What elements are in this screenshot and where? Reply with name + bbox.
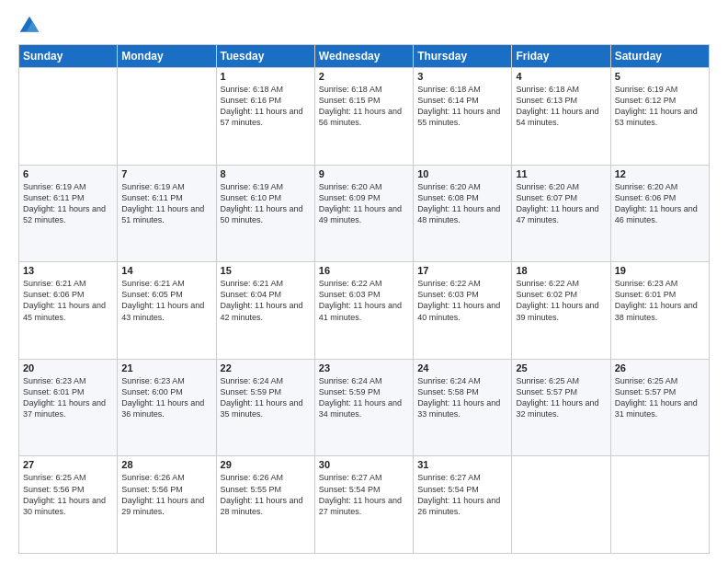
calendar-week-row: 20Sunrise: 6:23 AMSunset: 6:01 PMDayligh… [19,359,710,456]
sunset-text: Sunset: 5:54 PM [417,485,479,494]
calendar-header-tuesday: Tuesday [216,45,314,68]
day-number: 5 [615,71,705,82]
sunrise-text: Sunrise: 6:20 AM [417,182,481,191]
calendar-cell: 18Sunrise: 6:22 AMSunset: 6:02 PMDayligh… [512,262,610,360]
daylight-text: Daylight: 11 hours and 34 minutes. [319,398,402,419]
calendar-header-row: SundayMondayTuesdayWednesdayThursdayFrid… [19,45,710,68]
cell-info: Sunrise: 6:22 AMSunset: 6:03 PMDaylight:… [319,278,409,323]
sunset-text: Sunset: 6:10 PM [221,193,282,202]
day-number: 15 [221,265,311,276]
cell-info: Sunrise: 6:24 AMSunset: 5:59 PMDaylight:… [221,375,311,420]
calendar-cell: 4Sunrise: 6:18 AMSunset: 6:13 PMDaylight… [512,68,610,166]
daylight-text: Daylight: 11 hours and 55 minutes. [417,107,500,127]
logo [18,15,44,37]
daylight-text: Daylight: 11 hours and 46 minutes. [615,204,698,224]
calendar-cell: 31Sunrise: 6:27 AMSunset: 5:54 PMDayligh… [414,456,512,554]
sunrise-text: Sunrise: 6:19 AM [221,182,284,191]
sunrise-text: Sunrise: 6:23 AM [23,376,86,385]
sunset-text: Sunset: 5:56 PM [121,485,183,494]
calendar-cell: 2Sunrise: 6:18 AMSunset: 6:15 PMDaylight… [314,68,413,166]
cell-info: Sunrise: 6:24 AMSunset: 5:58 PMDaylight:… [417,375,507,420]
day-number: 11 [516,168,606,179]
calendar-week-row: 6Sunrise: 6:19 AMSunset: 6:11 PMDaylight… [19,165,710,262]
daylight-text: Daylight: 11 hours and 28 minutes. [221,496,303,516]
sunrise-text: Sunrise: 6:24 AM [221,376,284,385]
day-number: 19 [615,265,705,276]
calendar-cell: 27Sunrise: 6:25 AMSunset: 5:56 PMDayligh… [19,456,118,554]
daylight-text: Daylight: 11 hours and 39 minutes. [516,301,598,321]
calendar-header-saturday: Saturday [610,45,709,68]
calendar-header-friday: Friday [512,45,610,68]
cell-info: Sunrise: 6:27 AMSunset: 5:54 PMDaylight:… [417,472,507,517]
cell-info: Sunrise: 6:25 AMSunset: 5:57 PMDaylight:… [615,375,705,420]
calendar-cell [610,456,709,554]
cell-info: Sunrise: 6:26 AMSunset: 5:56 PMDaylight:… [121,472,211,517]
sunset-text: Sunset: 6:01 PM [23,387,85,396]
sunrise-text: Sunrise: 6:27 AM [417,473,481,482]
cell-info: Sunrise: 6:18 AMSunset: 6:13 PMDaylight:… [516,84,606,129]
page: SundayMondayTuesdayWednesdayThursdayFrid… [0,0,728,563]
day-number: 10 [417,168,507,179]
sunset-text: Sunset: 6:16 PM [221,96,282,105]
day-number: 21 [121,362,211,373]
calendar-cell: 16Sunrise: 6:22 AMSunset: 6:03 PMDayligh… [314,262,413,360]
cell-info: Sunrise: 6:20 AMSunset: 6:06 PMDaylight:… [615,181,705,226]
daylight-text: Daylight: 11 hours and 50 minutes. [221,204,303,224]
sunset-text: Sunset: 5:56 PM [23,485,85,494]
calendar-cell: 25Sunrise: 6:25 AMSunset: 5:57 PMDayligh… [512,359,610,456]
daylight-text: Daylight: 11 hours and 49 minutes. [319,204,402,224]
calendar-cell: 8Sunrise: 6:19 AMSunset: 6:10 PMDaylight… [216,165,314,262]
day-number: 16 [319,265,409,276]
sunrise-text: Sunrise: 6:24 AM [417,376,481,385]
daylight-text: Daylight: 11 hours and 30 minutes. [23,496,106,516]
sunrise-text: Sunrise: 6:20 AM [319,182,382,191]
daylight-text: Daylight: 11 hours and 29 minutes. [121,496,204,516]
day-number: 14 [121,265,211,276]
sunset-text: Sunset: 5:58 PM [417,387,479,396]
day-number: 9 [319,168,409,179]
calendar-week-row: 27Sunrise: 6:25 AMSunset: 5:56 PMDayligh… [19,456,710,554]
daylight-text: Daylight: 11 hours and 42 minutes. [221,301,303,321]
day-number: 23 [319,362,409,373]
sunrise-text: Sunrise: 6:26 AM [221,473,284,482]
daylight-text: Daylight: 11 hours and 35 minutes. [221,398,303,419]
calendar-table: SundayMondayTuesdayWednesdayThursdayFrid… [18,44,710,554]
cell-info: Sunrise: 6:23 AMSunset: 6:01 PMDaylight:… [615,278,705,323]
sunset-text: Sunset: 6:12 PM [615,96,677,105]
day-number: 28 [121,459,211,470]
calendar-cell: 7Sunrise: 6:19 AMSunset: 6:11 PMDaylight… [118,165,216,262]
sunrise-text: Sunrise: 6:21 AM [221,279,284,288]
sunrise-text: Sunrise: 6:19 AM [615,85,678,94]
cell-info: Sunrise: 6:22 AMSunset: 6:03 PMDaylight:… [417,278,507,323]
cell-info: Sunrise: 6:26 AMSunset: 5:55 PMDaylight:… [221,472,311,517]
sunset-text: Sunset: 6:04 PM [221,290,282,299]
day-number: 7 [121,168,211,179]
sunset-text: Sunset: 6:07 PM [516,193,577,202]
cell-info: Sunrise: 6:19 AMSunset: 6:10 PMDaylight:… [221,181,311,226]
sunset-text: Sunset: 6:05 PM [121,290,183,299]
sunrise-text: Sunrise: 6:25 AM [615,376,678,385]
calendar-cell [19,68,118,166]
sunset-text: Sunset: 6:14 PM [417,96,479,105]
cell-info: Sunrise: 6:25 AMSunset: 5:56 PMDaylight:… [23,472,113,517]
day-number: 8 [221,168,311,179]
calendar-cell: 28Sunrise: 6:26 AMSunset: 5:56 PMDayligh… [118,456,216,554]
sunrise-text: Sunrise: 6:22 AM [417,279,481,288]
sunset-text: Sunset: 6:02 PM [516,290,577,299]
calendar-cell: 19Sunrise: 6:23 AMSunset: 6:01 PMDayligh… [610,262,709,360]
sunrise-text: Sunrise: 6:20 AM [615,182,678,191]
daylight-text: Daylight: 11 hours and 31 minutes. [615,398,698,419]
calendar-header-sunday: Sunday [19,45,118,68]
sunset-text: Sunset: 5:59 PM [221,387,282,396]
sunset-text: Sunset: 5:57 PM [615,387,677,396]
sunrise-text: Sunrise: 6:19 AM [23,182,86,191]
sunset-text: Sunset: 6:13 PM [516,96,577,105]
calendar-cell: 5Sunrise: 6:19 AMSunset: 6:12 PMDaylight… [610,68,709,166]
calendar-cell: 23Sunrise: 6:24 AMSunset: 5:59 PMDayligh… [314,359,413,456]
sunrise-text: Sunrise: 6:18 AM [516,85,579,94]
daylight-text: Daylight: 11 hours and 56 minutes. [319,107,402,127]
day-number: 6 [23,168,113,179]
sunset-text: Sunset: 5:59 PM [319,387,381,396]
calendar-cell: 10Sunrise: 6:20 AMSunset: 6:08 PMDayligh… [414,165,512,262]
daylight-text: Daylight: 11 hours and 36 minutes. [121,398,204,419]
